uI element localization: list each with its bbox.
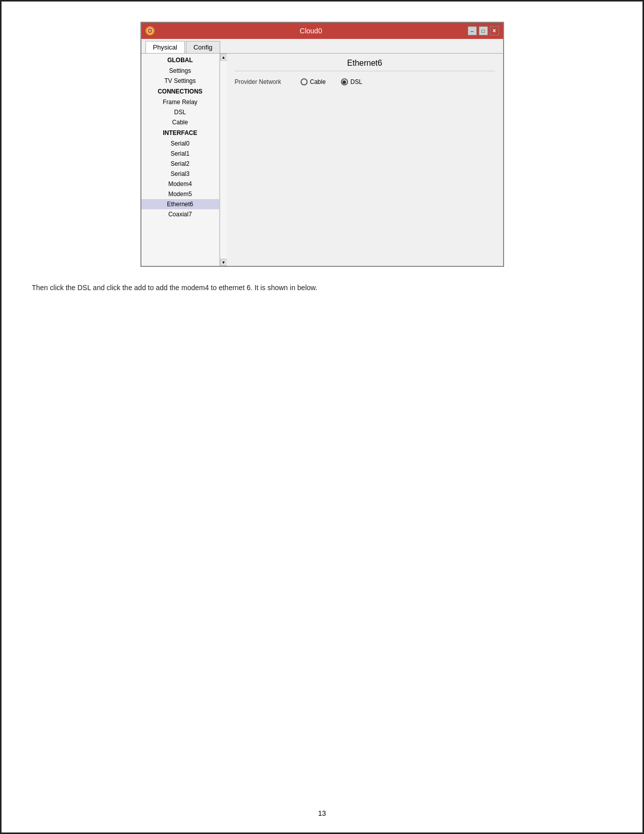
window-title: Cloud0 <box>155 27 468 35</box>
sidebar-item-serial0[interactable]: Serial0 <box>141 138 219 149</box>
radio-cable[interactable]: Cable <box>301 78 326 85</box>
window-wrapper: Cloud0 – □ × Physical Config <box>140 22 504 267</box>
provider-row: Provider Network Cable DSL <box>235 75 495 88</box>
radio-dsl-label: DSL <box>351 78 362 85</box>
scroll-down-arrow[interactable]: ▼ <box>220 259 227 266</box>
sidebar-item-settings[interactable]: Settings <box>141 66 219 76</box>
scroll-up-arrow[interactable]: ▲ <box>220 54 227 61</box>
sidebar-item-serial3[interactable]: Serial3 <box>141 169 219 179</box>
sidebar-item-serial1[interactable]: Serial1 <box>141 149 219 159</box>
window-controls: – □ × <box>468 26 499 35</box>
sidebar-header-global: GLOBAL <box>141 55 219 66</box>
sidebar: GLOBAL Settings TV Settings CONNECTIONS … <box>141 54 220 266</box>
radio-dsl-circle[interactable] <box>341 78 348 85</box>
sidebar-item-ethernet6[interactable]: Ethernet6 <box>141 199 219 209</box>
titlebar-icon <box>145 26 155 35</box>
tab-bar: Physical Config <box>141 39 503 54</box>
sidebar-item-frame-relay[interactable]: Frame Relay <box>141 97 219 107</box>
maximize-button[interactable]: □ <box>479 26 488 35</box>
tab-config[interactable]: Config <box>186 41 220 53</box>
content-area: Ethernet6 Provider Network Cable DSL <box>227 54 503 266</box>
window: Cloud0 – □ × Physical Config <box>140 22 504 267</box>
sidebar-item-cable[interactable]: Cable <box>141 117 219 127</box>
sidebar-item-serial2[interactable]: Serial2 <box>141 159 219 169</box>
page-container: Cloud0 – □ × Physical Config <box>2 2 642 313</box>
sidebar-header-connections: CONNECTIONS <box>141 86 219 97</box>
tab-physical[interactable]: Physical <box>145 41 185 53</box>
sidebar-item-modem5[interactable]: Modem5 <box>141 189 219 199</box>
radio-dsl[interactable]: DSL <box>341 78 362 85</box>
provider-label: Provider Network <box>235 78 290 85</box>
description-text: Then click the DSL and click the add to … <box>32 282 612 293</box>
titlebar: Cloud0 – □ × <box>141 23 503 39</box>
sidebar-item-modem4[interactable]: Modem4 <box>141 179 219 189</box>
close-button[interactable]: × <box>490 26 499 35</box>
radio-cable-circle[interactable] <box>301 78 308 85</box>
page-number: 13 <box>2 809 642 817</box>
sidebar-item-tv-settings[interactable]: TV Settings <box>141 76 219 86</box>
radio-cable-label: Cable <box>310 78 326 85</box>
sidebar-item-dsl[interactable]: DSL <box>141 107 219 117</box>
radio-group: Cable DSL <box>301 78 363 85</box>
sidebar-scrollbar[interactable]: ▲ ▼ <box>220 54 227 266</box>
sidebar-header-interface: INTERFACE <box>141 127 219 138</box>
sidebar-item-coaxial7[interactable]: Coaxial7 <box>141 209 219 219</box>
window-body: GLOBAL Settings TV Settings CONNECTIONS … <box>141 54 503 266</box>
minimize-button[interactable]: – <box>468 26 477 35</box>
content-title: Ethernet6 <box>235 59 495 71</box>
